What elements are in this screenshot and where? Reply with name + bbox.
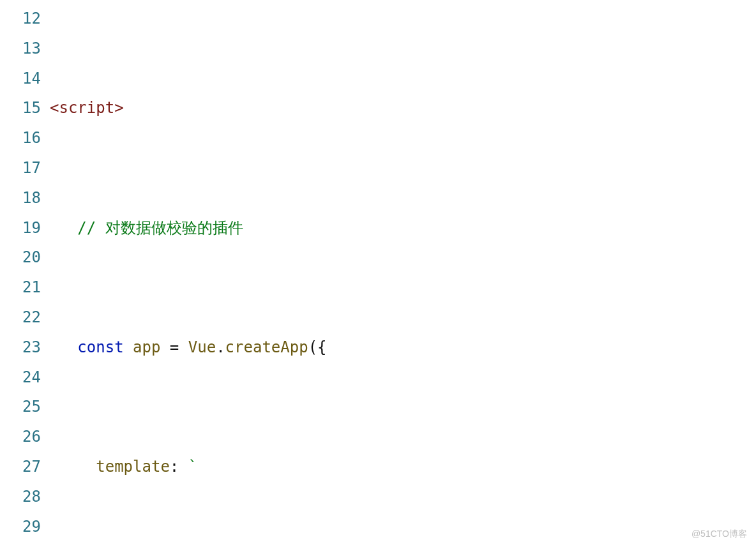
comment: // 对数据做校验的插件: [77, 219, 243, 237]
line-number: 19: [0, 213, 41, 243]
code-line: const app = Vue.createApp({: [50, 333, 756, 363]
line-number: 12: [0, 4, 41, 34]
line-number: 20: [0, 243, 41, 273]
tag-open: <script>: [50, 99, 124, 117]
line-number: 27: [0, 452, 41, 482]
line-number: 13: [0, 34, 41, 64]
line-number: 17: [0, 153, 41, 183]
line-number-gutter: 121314151617181920212223242526272829: [0, 4, 50, 549]
code-area[interactable]: <script> // 对数据做校验的插件 const app = Vue.cr…: [50, 4, 756, 549]
line-number: 16: [0, 123, 41, 153]
watermark: @51CTO博客: [692, 525, 747, 543]
var-vue: Vue: [188, 338, 216, 356]
line-number: 21: [0, 273, 41, 303]
line-number: 14: [0, 64, 41, 94]
code-line: // 对数据做校验的插件: [50, 213, 756, 243]
line-number: 18: [0, 183, 41, 213]
line-number: 25: [0, 392, 41, 422]
prop-template: template: [96, 458, 170, 476]
line-number: 26: [0, 422, 41, 452]
line-number: 29: [0, 512, 41, 542]
line-number: 24: [0, 363, 41, 393]
var-app: app: [133, 338, 160, 356]
keyword-const: const: [77, 338, 123, 356]
line-number: 23: [0, 333, 41, 363]
code-line: <script>: [50, 93, 756, 123]
code-line: template: `: [50, 452, 756, 482]
line-number: 15: [0, 93, 41, 123]
fn-createApp: createApp: [225, 338, 308, 356]
line-number: 28: [0, 482, 41, 512]
code-editor: 121314151617181920212223242526272829 <sc…: [0, 0, 756, 549]
line-number: 22: [0, 303, 41, 333]
